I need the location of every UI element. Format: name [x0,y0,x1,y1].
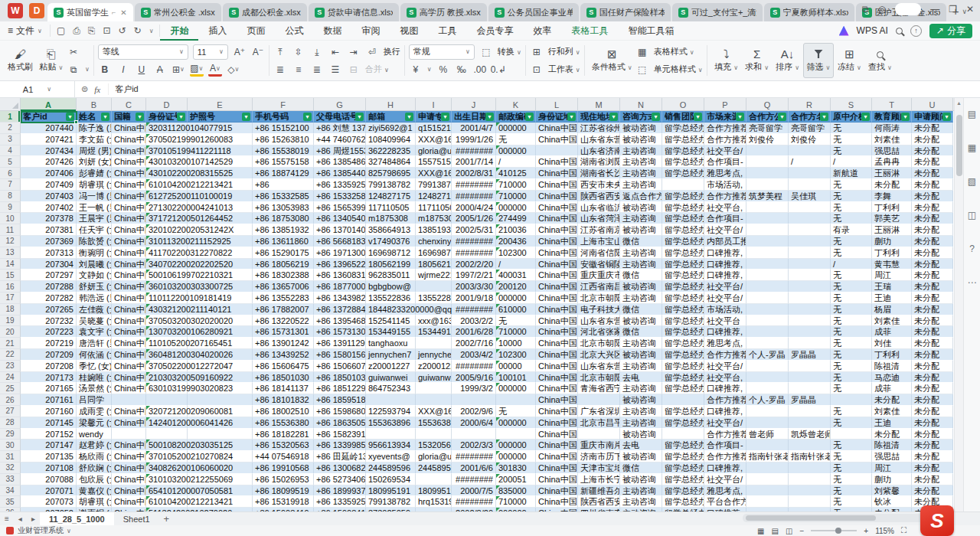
cell-D32[interactable]: 340826200106060020 [146,462,188,474]
cell-T35[interactable]: 钦冰 [872,496,912,508]
cell-B27[interactable]: 成雨雯 (女 [77,406,112,417]
cell-N9[interactable]: 被动咨询 [620,202,662,214]
cell-A28[interactable]: 207145 [21,417,77,429]
cell-T21[interactable]: 刘佳 [872,338,912,349]
cell-Q3[interactable]: 刘俊伶 [746,134,789,145]
underline-button[interactable]: U [135,63,149,77]
cell-T17[interactable]: 王迪 [872,293,912,304]
cell-L34[interactable]: China中国 [536,485,578,497]
cell-A24[interactable]: 207173 [21,372,77,384]
italic-button[interactable]: I [116,63,130,77]
cell-S15[interactable]: 无 [831,270,872,281]
cell-P4[interactable]: 社交平台/ [704,145,746,157]
row-number[interactable]: 22 [0,349,21,361]
wps-promo-logo[interactable]: S [920,505,954,536]
cell-Q9[interactable] [746,202,789,214]
cell-M6[interactable]: 湖南省长沙 [578,168,620,179]
cell-M26[interactable] [578,394,620,406]
cell-O28[interactable]: 留学总经办 [662,417,704,429]
cell-K4[interactable]: 000000 [496,145,536,157]
cell-R18[interactable] [789,304,831,315]
cell-H34[interactable]: 180995191 [366,485,416,497]
cell-Q34[interactable] [746,485,789,497]
cell-F28[interactable]: +86 15536380 [253,417,314,429]
decimal-decrease-button[interactable]: 0.↲ [492,63,505,77]
cell-I4[interactable]: gloria@uk [416,145,452,157]
cell-B35[interactable]: 胡睿琪 (女 [77,496,112,508]
skin-button[interactable] [895,3,921,15]
cell-C23[interactable]: China中国 [112,361,146,372]
cell-I25[interactable] [416,383,452,394]
chevron-down-icon[interactable]: ∨ [149,28,154,34]
cell-I23[interactable]: z20001227 [416,361,452,372]
cell-B10[interactable]: 王晨宇 (男 [77,213,112,224]
cell-M11[interactable]: 江苏省南京 [578,224,620,236]
cell-O6[interactable]: 留学总经办 [662,168,704,179]
cell-J15[interactable]: 1997/2/21 [452,270,496,281]
cell-S31[interactable]: 无 [831,451,872,462]
cell-M23[interactable]: 山东省东营 [578,361,620,372]
cell-C14[interactable]: China中国 [112,259,146,270]
cell-K21[interactable]: 10000 [496,338,536,349]
cell-Q31[interactable]: 指南针张老 [746,451,789,462]
cell-D33[interactable]: 310103200212255069 [146,474,188,485]
cell-U25[interactable]: 未分配 [912,383,953,394]
cell-F22[interactable]: +86 13439252 [253,349,314,361]
cell-R12[interactable] [789,236,831,247]
filter-dropdown-icon[interactable]: ▼ [136,113,144,121]
cell-U14[interactable]: 未分配 [912,259,953,270]
cell-I21[interactable] [416,338,452,349]
cell-A29[interactable]: 207152 [21,429,77,440]
cell-L35[interactable]: China中国 [536,496,578,508]
cell-M12[interactable]: 上海市宝山 [578,236,620,247]
cell-A30[interactable]: 207147 [21,440,77,451]
cell-C8[interactable]: China中国 [112,191,146,202]
cell-Q17[interactable] [746,293,789,304]
cell-H29[interactable] [366,429,416,440]
cell-H24[interactable]: guiwanwei [366,372,416,384]
percent-button[interactable]: % [436,63,450,77]
cell-N31[interactable]: 被动咨询 [620,451,662,462]
cell-P25[interactable]: 口碑推荐, [704,383,746,394]
filter-dropdown-icon[interactable]: ▼ [177,113,185,121]
cell-D6[interactable]: 430102200208315525 [146,168,188,179]
row-number[interactable]: 7 [0,179,21,191]
cell-N17[interactable]: 主动咨询 [620,293,662,304]
sheet-list-icon[interactable]: ≡ [5,515,9,523]
cell-T23[interactable]: 陈祖清 [872,361,912,372]
copy-icon[interactable]: ⧉ [67,63,80,77]
cell-I8[interactable]: 124827175 [416,191,452,202]
header-cell-F1[interactable]: 手机号码▼ [253,111,314,123]
cell-I3[interactable]: XXX@163.c [416,134,452,145]
row-number[interactable]: 35 [0,496,21,508]
header-cell-M1[interactable]: 现住地址▼ [578,111,620,123]
cell-L23[interactable]: China中国 [536,361,578,372]
cell-G30[interactable]: +86 1339985047 [314,440,366,451]
cell-A21[interactable]: 207219 [21,338,77,349]
cell-P27[interactable]: 口碑推荐, [704,406,746,417]
cell-C32[interactable]: China中国 [112,462,146,474]
cell-D19[interactable]: 370503200302020020 [146,315,188,327]
cell-M16[interactable]: 江西省南昌 [578,281,620,293]
cell-Q33[interactable] [746,474,789,485]
cell-M5[interactable]: 湖南省浏阳 [578,156,620,168]
filter-dropdown-icon[interactable]: ▼ [66,113,74,121]
cell-D20[interactable]: 130703200106280921 [146,326,188,338]
cell-C33[interactable]: China中国 [112,474,146,485]
cell-H33[interactable]: 150269534 [366,474,416,485]
cell-J29[interactable] [452,429,496,440]
cell-P18[interactable]: 市场活动, [704,304,746,315]
cell-L27[interactable]: China中国 [536,406,578,417]
cell-I12[interactable]: chenxinyur [416,236,452,247]
layout-icon[interactable]: ⧉ [862,4,869,15]
cell-D22[interactable]: 360481200304020026 [146,349,188,361]
cell-H35[interactable]: 799138782 [366,496,416,508]
cell-D26[interactable] [146,394,188,406]
cell-J6[interactable]: 2002/8/31 [452,168,496,179]
cell-T26[interactable]: 未分配 [872,394,912,406]
cell-A33[interactable]: 207088 [21,474,77,485]
cell-D10[interactable]: 371721200501264452 [146,213,188,224]
cell-P31[interactable]: 合作方推荐 [704,451,746,462]
cell-U6[interactable]: 未分配 [912,168,953,179]
cell-O13[interactable]: 留学总经办 [662,247,704,259]
